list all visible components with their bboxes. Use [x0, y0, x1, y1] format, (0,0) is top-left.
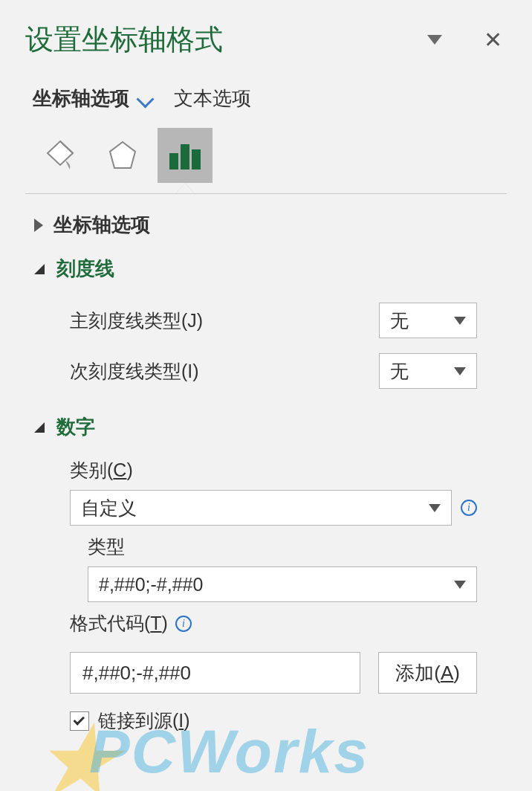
section-header-tick-marks[interactable]: 刻度线	[34, 256, 507, 282]
dropdown-arrow-icon	[429, 504, 441, 512]
collapse-arrow-icon	[34, 422, 45, 433]
dropdown-arrow-icon	[454, 367, 466, 375]
minor-tick-label: 次刻度线类型(I)	[70, 359, 199, 384]
add-button[interactable]: 添加(A)	[378, 652, 477, 694]
format-code-input[interactable]	[70, 652, 360, 694]
axis-options-icon[interactable]	[158, 128, 213, 183]
chevron-down-icon	[140, 94, 153, 103]
minor-tick-value: 无	[390, 359, 409, 384]
close-icon[interactable]: ✕	[484, 27, 502, 53]
category-value: 自定义	[81, 496, 137, 520]
tab-text-options[interactable]: 文本选项	[174, 85, 251, 112]
svg-rect-1	[169, 153, 178, 170]
collapse-arrow-icon	[34, 264, 45, 274]
dropdown-arrow-icon	[454, 581, 466, 589]
expand-arrow-icon	[34, 219, 43, 232]
section-header-axis-options[interactable]: 坐标轴选项	[34, 212, 507, 238]
effects-icon[interactable]	[95, 128, 150, 183]
pane-title: 设置坐标轴格式	[25, 21, 223, 59]
fill-line-icon[interactable]	[33, 128, 88, 183]
svg-rect-2	[181, 144, 189, 170]
linked-to-source-checkbox[interactable]	[70, 711, 89, 731]
checkmark-icon	[74, 714, 85, 726]
tab-axis-options[interactable]: 坐标轴选项	[33, 85, 153, 112]
major-tick-select[interactable]: 无	[379, 303, 477, 338]
svg-marker-0	[110, 142, 135, 168]
type-value: #,##0;-#,##0	[99, 574, 203, 595]
tab-text-options-label: 文本选项	[174, 85, 251, 112]
type-label: 类型	[88, 535, 477, 559]
section-title-tick-marks: 刻度线	[56, 256, 114, 282]
tab-axis-options-label: 坐标轴选项	[33, 85, 129, 112]
dropdown-arrow-icon	[454, 317, 466, 325]
svg-rect-3	[192, 149, 201, 170]
minor-tick-select[interactable]: 无	[379, 353, 477, 389]
section-title-axis-options: 坐标轴选项	[53, 212, 150, 238]
info-icon[interactable]: i	[461, 500, 477, 516]
category-label: 类别(C)	[70, 458, 477, 482]
linked-to-source-label: 链接到源(I)	[98, 708, 190, 733]
type-select[interactable]: #,##0;-#,##0	[88, 566, 477, 602]
section-title-number: 数字	[56, 414, 95, 440]
info-icon[interactable]: i	[175, 616, 192, 632]
section-header-number[interactable]: 数字	[34, 414, 507, 440]
category-select[interactable]: 自定义	[70, 490, 452, 526]
pane-menu-dropdown-icon[interactable]	[427, 35, 442, 45]
format-code-label: 格式代码(T) i	[70, 611, 477, 636]
major-tick-label: 主刻度线类型(J)	[70, 309, 203, 333]
major-tick-value: 无	[390, 309, 409, 333]
